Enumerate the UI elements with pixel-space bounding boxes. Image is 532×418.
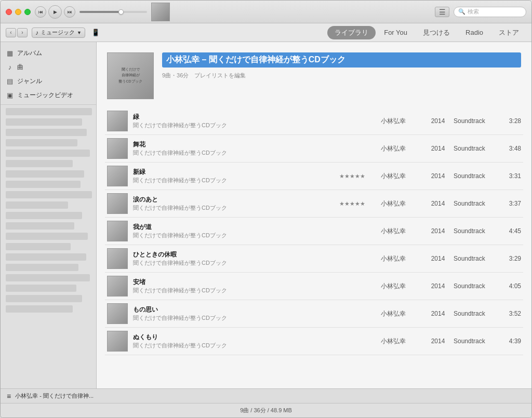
sidebar-blurred-12 [6,222,74,230]
maximize-button[interactable] [24,9,31,15]
track-artist-4: 小林弘幸 [381,199,422,208]
track-title-8: もの思い [133,305,334,314]
track-genre-7: Soundtrack [454,282,495,290]
tab-for-you[interactable]: For You [377,26,415,38]
track-year-3: 2014 [428,172,448,180]
track-album-5: 聞くだけで自律神経が整うCDブック [133,232,334,239]
track-title-6: ひとときの休暇 [133,250,334,259]
albums-icon: ▦ [6,49,14,57]
track-duration-3: 3:31 [500,172,521,180]
nav-forward-button[interactable]: › [17,28,28,37]
track-artist-3: 小林弘幸 [381,172,422,181]
close-button[interactable] [6,9,12,15]
track-duration-1: 3:28 [500,117,521,125]
track-info-9: ぬくもり 聞くだけで自律神経が整うCDブック [133,333,334,349]
track-thumbnail-8 [107,303,128,324]
track-duration-9: 4:39 [500,338,521,345]
tab-library[interactable]: ライブラリ [327,26,376,39]
sidebar-item-music-videos[interactable]: ▣ ミュージックビデオ [1,88,96,102]
track-row[interactable]: 安堵 聞くだけで自律神経が整うCDブック 小林弘幸 2014 Soundtrac… [105,273,523,300]
progress-bar[interactable] [79,11,147,13]
track-info-1: 緑 聞くだけで自律神経が整うCDブック [133,113,334,129]
sidebar-blurred-13 [6,233,88,240]
track-duration-4: 3:37 [500,200,521,207]
sidebar-blurred-19 [6,295,82,302]
progress-fill [79,11,120,13]
track-rating-4: ★★★★★ [339,200,376,207]
minimize-button[interactable] [15,9,21,15]
search-placeholder: 検索 [468,8,479,16]
track-row[interactable]: 我が道 聞くだけで自律神経が整うCDブック 小林弘幸 2014 Soundtra… [105,218,523,245]
track-year-4: 2014 [428,200,448,207]
track-row[interactable]: 新緑 聞くだけで自律神経が整うCDブック ★★★★★ 小林弘幸 2014 Sou… [105,163,523,190]
nav-back-button[interactable]: ‹ [6,28,16,37]
fastforward-button[interactable]: ⏭ [64,6,75,18]
track-info-5: 我が道 聞くだけで自律神経が整うCDブック [133,223,334,239]
track-artist-5: 小林弘幸 [381,227,422,236]
track-album-1: 聞くだけで自律神経が整うCDブック [133,122,334,129]
album-meta: 9曲・36分 プレイリストを編集 [162,72,521,79]
track-genre-6: Soundtrack [454,255,495,262]
search-box[interactable]: 🔍 検索 [454,7,526,17]
sidebar-blurred-7 [6,170,84,178]
track-artist-9: 小林弘幸 [381,337,422,346]
sidebar-blurred-1 [6,108,92,115]
genres-icon: ▤ [6,77,14,85]
track-list: 緑 聞くだけで自律神経が整うCDブック 小林弘幸 2014 Soundtrack… [97,107,531,355]
track-row[interactable]: もの思い 聞くだけで自律神経が整うCDブック 小林弘幸 2014 Soundtr… [105,300,523,328]
tab-store[interactable]: ストア [491,26,526,39]
search-icon: 🔍 [458,8,466,15]
track-thumbnail-7 [107,276,128,296]
sidebar-blurred-18 [6,285,76,292]
nav-back-fwd: ‹ › [6,28,28,37]
rewind-button[interactable]: ⏮ [35,6,46,18]
nav-forward-icon: › [21,30,23,35]
track-thumbnail-9 [107,331,128,352]
sidebar-genres-label: ジャンル [17,77,42,86]
rewind-icon: ⏮ [38,9,43,15]
tab-discover[interactable]: 見つける [416,26,457,39]
sidebar-blurred-4 [6,139,77,146]
sidebar-blurred-11 [6,212,82,219]
track-year-2: 2014 [428,145,448,152]
track-thumbnail-3 [107,166,128,186]
track-genre-2: Soundtrack [454,145,495,152]
progress-thumb[interactable] [118,9,124,15]
track-artist-6: 小林弘幸 [381,254,422,263]
track-title-9: ぬくもり [133,333,334,342]
track-album-4: 聞くだけで自律神経が整うCDブック [133,204,334,212]
list-view-icon: ☰ [439,8,446,16]
track-artist-2: 小林弘幸 [381,144,422,153]
track-rating-3: ★★★★★ [339,173,376,180]
track-row[interactable]: ひとときの休暇 聞くだけで自律神経が整うCDブック 小林弘幸 2014 Soun… [105,245,523,273]
track-artist-1: 小林弘幸 [381,117,422,126]
sidebar-item-genres[interactable]: ▤ ジャンル [1,74,96,88]
sidebar-blurred-20 [6,305,73,313]
source-dropdown-icon: ▼ [77,30,82,35]
track-row[interactable]: 舞花 聞くだけで自律神経が整うCDブック 小林弘幸 2014 Soundtrac… [105,135,523,163]
device-icon: 📱 [91,29,100,36]
sidebar-item-albums[interactable]: ▦ アルバム [1,46,96,60]
track-duration-5: 4:45 [500,227,521,235]
play-button[interactable]: ▶ [48,5,62,19]
now-playing-bar: ≡ 小林弘幸 - 聞くだけで自律神... [1,388,531,403]
sidebar-blurred-17 [6,274,90,281]
track-row[interactable]: 涙のあと 聞くだけで自律神経が整うCDブック ★★★★★ 小林弘幸 2014 S… [105,190,523,218]
track-genre-4: Soundtrack [454,200,495,207]
track-genre-9: Soundtrack [454,338,495,345]
tab-radio[interactable]: Radio [458,26,490,38]
track-title-2: 舞花 [133,140,334,149]
track-title-7: 安堵 [133,278,334,287]
track-row[interactable]: ぬくもり 聞くだけで自律神経が整うCDブック 小林弘幸 2014 Soundtr… [105,328,523,355]
titlebar: ⏮ ▶ ⏭ ☰ 🔍 検索 [1,1,531,23]
track-thumbnail-5 [107,221,128,241]
source-selector[interactable]: ♪ ミュージック ▼ [32,28,85,38]
track-row[interactable]: 緑 聞くだけで自律神経が整うCDブック 小林弘幸 2014 Soundtrack… [105,107,523,135]
sidebar-divider-1 [1,104,96,105]
track-info-6: ひとときの休暇 聞くだけで自律神経が整うCDブック [133,250,334,267]
track-title-3: 新緑 [133,168,334,177]
track-artist-8: 小林弘幸 [381,309,422,318]
list-view-button[interactable]: ☰ [435,7,449,17]
sidebar-item-songs[interactable]: ♪ 曲 [1,60,96,74]
track-genre-8: Soundtrack [454,310,495,317]
